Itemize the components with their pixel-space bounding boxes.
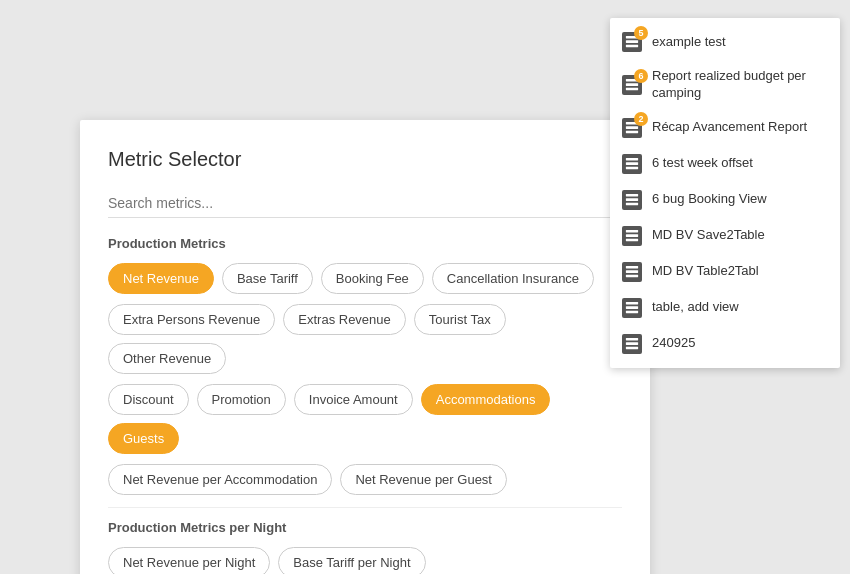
svg-rect-4 — [626, 83, 638, 86]
chips-row-2: Extra Persons RevenueExtras RevenueTouri… — [108, 304, 622, 374]
svg-rect-18 — [626, 266, 638, 269]
table-icon — [622, 190, 642, 210]
svg-rect-9 — [626, 158, 638, 161]
metric-chip[interactable]: Net Revenue per Guest — [340, 464, 507, 495]
svg-rect-23 — [626, 310, 638, 313]
metric-chip[interactable]: Accommodations — [421, 384, 551, 415]
metric-chip[interactable]: Invoice Amount — [294, 384, 413, 415]
table-icon — [622, 226, 642, 246]
dropdown-panel: 5example test6Report realized budget per… — [610, 18, 840, 368]
table-icon — [622, 154, 642, 174]
svg-rect-12 — [626, 194, 638, 197]
dropdown-item-text: 240925 — [652, 335, 695, 352]
metric-chip[interactable]: Booking Fee — [321, 263, 424, 294]
dropdown-item-text: Report realized budget per camping — [652, 68, 828, 102]
metric-chip[interactable]: Extras Revenue — [283, 304, 406, 335]
svg-rect-2 — [626, 45, 638, 48]
chips-row-4: Net Revenue per AccommodationNet Revenue… — [108, 464, 622, 495]
svg-rect-17 — [626, 238, 638, 241]
dropdown-item-text: 6 bug Booking View — [652, 191, 767, 208]
chips-row-1: Net RevenueBase TariffBooking FeeCancell… — [108, 263, 622, 294]
dropdown-item[interactable]: 6Report realized budget per camping — [610, 60, 840, 110]
svg-rect-16 — [626, 234, 638, 237]
metric-selector-dialog: Metric Selector Production Metrics Net R… — [80, 120, 650, 574]
metric-chip[interactable]: Promotion — [197, 384, 286, 415]
metric-chip[interactable]: Net Revenue — [108, 263, 214, 294]
search-input[interactable] — [108, 189, 622, 218]
svg-rect-10 — [626, 162, 638, 165]
metric-chip[interactable]: Discount — [108, 384, 189, 415]
svg-rect-13 — [626, 198, 638, 201]
dialog-title: Metric Selector — [108, 148, 622, 171]
dropdown-item[interactable]: 5example test — [610, 24, 840, 60]
svg-rect-19 — [626, 270, 638, 273]
svg-rect-25 — [626, 342, 638, 345]
svg-rect-15 — [626, 230, 638, 233]
metric-chip[interactable]: Base Tariff per Night — [278, 547, 425, 574]
svg-rect-21 — [626, 302, 638, 305]
section1-title: Production Metrics — [108, 236, 622, 251]
table-icon: 2 — [622, 118, 642, 138]
metric-chip[interactable]: Guests — [108, 423, 179, 454]
metric-chip[interactable]: Other Revenue — [108, 343, 226, 374]
dropdown-item-text: table, add view — [652, 299, 739, 316]
svg-rect-8 — [626, 130, 638, 133]
dropdown-item-text: MD BV Save2Table — [652, 227, 765, 244]
table-icon — [622, 334, 642, 354]
dropdown-item[interactable]: table, add view — [610, 290, 840, 326]
table-icon — [622, 298, 642, 318]
dropdown-item[interactable]: 2Récap Avancement Report — [610, 110, 840, 146]
svg-rect-22 — [626, 306, 638, 309]
svg-rect-20 — [626, 274, 638, 277]
chips-row-3: DiscountPromotionInvoice AmountAccommoda… — [108, 384, 622, 454]
svg-rect-1 — [626, 40, 638, 43]
dropdown-item[interactable]: 240925 — [610, 326, 840, 362]
table-icon — [622, 262, 642, 282]
dropdown-item[interactable]: MD BV Save2Table — [610, 218, 840, 254]
dropdown-item[interactable]: 6 test week offset — [610, 146, 840, 182]
badge: 6 — [634, 69, 648, 83]
table-icon: 5 — [622, 32, 642, 52]
metric-chip[interactable]: Cancellation Insurance — [432, 263, 594, 294]
metric-chip[interactable]: Net Revenue per Night — [108, 547, 270, 574]
badge: 5 — [634, 26, 648, 40]
svg-rect-14 — [626, 202, 638, 205]
metric-chip[interactable]: Net Revenue per Accommodation — [108, 464, 332, 495]
dropdown-item[interactable]: MD BV Table2Tabl — [610, 254, 840, 290]
section2-title: Production Metrics per Night — [108, 520, 622, 535]
svg-rect-26 — [626, 346, 638, 349]
dropdown-item-text: Récap Avancement Report — [652, 119, 807, 136]
badge: 2 — [634, 112, 648, 126]
dropdown-item[interactable]: 6 bug Booking View — [610, 182, 840, 218]
svg-rect-5 — [626, 88, 638, 91]
metric-chip[interactable]: Base Tariff — [222, 263, 313, 294]
dropdown-item-text: MD BV Table2Tabl — [652, 263, 759, 280]
chips-row-5: Net Revenue per NightBase Tariff per Nig… — [108, 547, 622, 574]
svg-rect-11 — [626, 166, 638, 169]
dropdown-item-text: 6 test week offset — [652, 155, 753, 172]
svg-rect-24 — [626, 338, 638, 341]
metric-chip[interactable]: Extra Persons Revenue — [108, 304, 275, 335]
metric-chip[interactable]: Tourist Tax — [414, 304, 506, 335]
dropdown-item-text: example test — [652, 34, 726, 51]
table-icon: 6 — [622, 75, 642, 95]
svg-rect-7 — [626, 126, 638, 129]
